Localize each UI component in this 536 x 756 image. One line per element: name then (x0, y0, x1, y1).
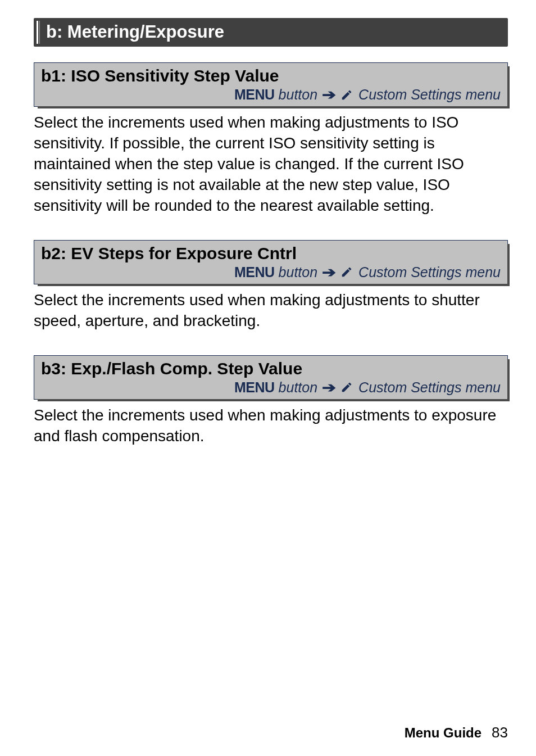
menu-dest: Custom Settings menu (358, 87, 501, 103)
menu-dest: Custom Settings menu (358, 264, 501, 280)
box-shadow-bottom (38, 399, 510, 401)
box-shadow-bottom (38, 106, 510, 108)
menu-button-word: button (279, 87, 318, 102)
arrow-icon: ➔ (322, 264, 336, 280)
sub-title-b3: b3: Exp./Flash Comp. Step Value (34, 356, 507, 379)
subheading-b1: b1: ISO Sensitivity Step Value MENU butt… (34, 62, 508, 107)
menu-path-b3: MENU button ➔ Custom Settings menu (34, 379, 507, 399)
body-b2: Select the increments used when making a… (34, 290, 508, 332)
banner-accent (37, 21, 38, 44)
menu-button-text: MENU button (234, 264, 317, 280)
menu-label: MENU (234, 264, 275, 280)
arrow-icon: ➔ (322, 87, 336, 103)
menu-button-word: button (279, 379, 318, 395)
arrow-icon: ➔ (322, 379, 336, 396)
banner-accent-thin (39, 21, 40, 44)
box-shadow-bottom (38, 284, 510, 286)
page-footer: Menu Guide 83 (405, 724, 508, 741)
menu-label: MENU (234, 87, 275, 102)
box-shadow-right (507, 66, 510, 108)
footer-page-number: 83 (492, 724, 508, 741)
section-banner: b: Metering/Exposure (34, 18, 508, 47)
subheading-b2: b2: EV Steps for Exposure Cntrl MENU but… (34, 240, 508, 284)
section-title: b: Metering/Exposure (42, 22, 224, 42)
pencil-icon (340, 266, 353, 278)
subheading-b3: b3: Exp./Flash Comp. Step Value MENU but… (34, 355, 508, 400)
sub-title-b2: b2: EV Steps for Exposure Cntrl (34, 241, 507, 264)
pencil-icon (340, 89, 353, 101)
menu-button-text: MENU button (234, 379, 317, 396)
box-shadow-right (507, 359, 510, 401)
box-shadow-right (507, 244, 510, 286)
menu-button-word: button (279, 264, 318, 280)
menu-path-b2: MENU button ➔ Custom Settings menu (34, 264, 507, 284)
menu-path-b1: MENU button ➔ Custom Settings menu (34, 87, 507, 106)
sub-title-b1: b1: ISO Sensitivity Step Value (34, 63, 507, 87)
footer-label: Menu Guide (405, 725, 482, 741)
body-b3: Select the increments used when making a… (34, 405, 508, 447)
body-b1: Select the increments used when making a… (34, 112, 508, 216)
menu-dest: Custom Settings menu (358, 379, 501, 396)
pencil-icon (340, 381, 353, 393)
menu-button-text: MENU button (234, 87, 317, 103)
menu-label: MENU (234, 379, 275, 395)
